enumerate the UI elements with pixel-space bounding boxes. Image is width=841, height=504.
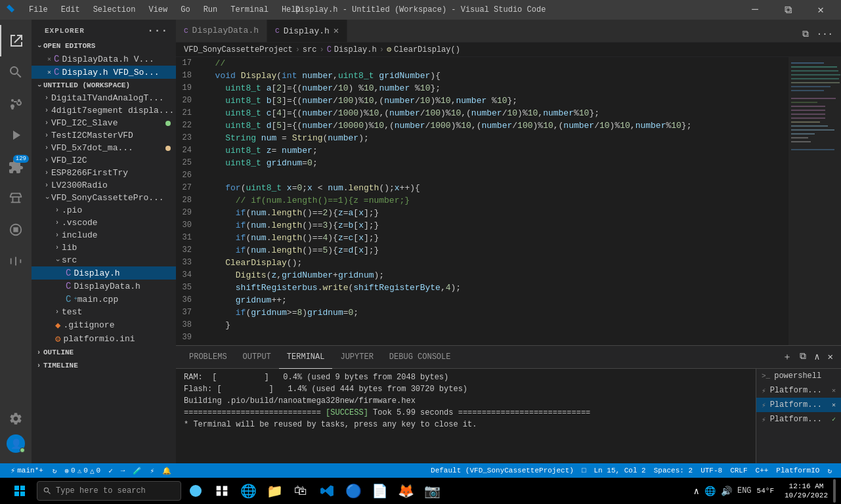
terminal-content[interactable]: RAM: [ ] 0.4% (used 9 bytes from 2048 by… <box>176 369 756 463</box>
panel-tab-output[interactable]: OUTPUT <box>235 346 279 369</box>
menu-go[interactable]: Go <box>175 4 195 16</box>
folder-vfd-i2c[interactable]: › VFD_I2C <box>32 154 176 167</box>
menu-view[interactable]: View <box>143 4 173 16</box>
workspace-section[interactable]: › UNTITLED (WORKSPACE) <box>32 79 176 92</box>
search-activity-icon[interactable] <box>0 56 32 88</box>
sidebar-more-icon[interactable]: ··· <box>147 25 168 37</box>
open-editor-displayh[interactable]: ✕ C Display.h VFD_So... <box>32 66 176 79</box>
taskbar-taskview[interactable] <box>210 479 234 503</box>
status-language[interactable]: C++ <box>752 463 773 478</box>
folder-4digit[interactable]: › 4digit7segment displa... <box>32 104 176 117</box>
taskbar-file-explorer[interactable]: 📁 <box>263 479 286 503</box>
folder-src[interactable]: › src <box>32 254 176 266</box>
folder-lib[interactable]: › lib <box>32 242 176 254</box>
tray-arrow-icon[interactable]: ∧ <box>694 486 699 497</box>
folder-digitaltv[interactable]: › DigitalTVandAnalogT... <box>32 92 176 104</box>
taskbar-acrobat[interactable]: 📄 <box>368 479 391 503</box>
timeline-section[interactable]: › TIMELINE <box>32 359 176 372</box>
folder-lv2300[interactable]: › LV2300Radio <box>32 179 176 192</box>
right-panel-platform3[interactable]: ⚡ Platform... ✓ <box>756 412 841 427</box>
folder-vfd-sony[interactable]: › VFD_SonyCassettePro... <box>32 192 176 204</box>
menu-terminal[interactable]: Terminal <box>225 4 274 16</box>
tray-network-icon[interactable]: 🌐 <box>704 486 716 497</box>
tab-close-icon[interactable]: ✕ <box>334 26 339 35</box>
close-displayh-icon[interactable]: ✕ <box>47 68 51 76</box>
status-encoding[interactable]: UTF-8 <box>697 463 726 478</box>
user-avatar[interactable]: 👤 <box>7 434 25 453</box>
folder-esp8266[interactable]: › ESP8266FirstTry <box>32 167 176 179</box>
taskbar-chrome[interactable]: 🔵 <box>341 479 365 503</box>
status-test[interactable]: 🧪 <box>129 463 146 478</box>
menu-file[interactable]: File <box>24 4 53 16</box>
run-debug-activity-icon[interactable] <box>0 119 32 151</box>
panel-tab-problems[interactable]: PROBLEMS <box>181 346 235 369</box>
taskbar-search[interactable]: Type here to search <box>37 481 181 501</box>
file-main-cpp[interactable]: C+ main.cpp <box>32 293 176 306</box>
folder-vfd-i2c-slave[interactable]: › VFD_I2C_Slave <box>32 117 176 129</box>
folder-vfd-5x7[interactable]: › VFD_5x7dot_ma... <box>32 142 176 154</box>
folder-include[interactable]: › include <box>32 229 176 242</box>
close-icon-2[interactable]: ✕ <box>832 401 836 409</box>
settings-activity-icon[interactable] <box>0 403 32 434</box>
panel-tab-terminal[interactable]: TERMINAL <box>279 346 333 369</box>
folder-testi2c[interactable]: › TestI2CMasterVFD <box>32 129 176 142</box>
open-editor-displaydatah[interactable]: ✕ C DisplayData.h V... <box>32 52 176 66</box>
system-clock[interactable]: 12:16 AM 10/29/2022 <box>779 482 833 500</box>
file-display-h[interactable]: C Display.h <box>32 266 176 280</box>
menu-edit[interactable]: Edit <box>56 4 85 16</box>
status-remote[interactable]: ⚡ main*+ <box>5 463 49 478</box>
extensions-activity-icon[interactable]: 129 <box>0 151 32 182</box>
status-bell[interactable]: 🔔 <box>158 463 175 478</box>
status-errors[interactable]: ⊗ 0 ⚠ 0 △ 0 <box>60 463 104 478</box>
close-button[interactable]: ✕ <box>806 0 836 20</box>
taskbar-vscode-pinned[interactable] <box>315 479 339 503</box>
remote-activity-icon[interactable] <box>0 245 32 277</box>
restore-button[interactable]: ⧉ <box>773 0 803 20</box>
panel-tab-jupyter[interactable]: JUPYTER <box>332 346 381 369</box>
tab-displayh[interactable]: C Display.h ✕ <box>267 20 347 42</box>
status-arrow[interactable]: → <box>117 463 129 478</box>
right-panel-platform2[interactable]: ⚡ Platform... ✕ <box>756 398 841 412</box>
tab-displaydatah[interactable]: C DisplayData.h <box>176 20 267 42</box>
minimize-button[interactable]: ─ <box>740 0 770 20</box>
explorer-activity-icon[interactable] <box>0 25 32 56</box>
right-panel-powershell[interactable]: >_ powershell <box>756 369 841 383</box>
panel-maximize-icon[interactable]: ∧ <box>811 348 822 366</box>
tray-battery-icon[interactable]: ENG <box>737 486 752 495</box>
menu-selection[interactable]: Selection <box>88 4 141 16</box>
close-icon-1[interactable]: ✕ <box>832 387 836 394</box>
platformio-activity-icon[interactable] <box>0 214 32 245</box>
taskbar-cortana[interactable] <box>184 479 207 503</box>
file-gitignore[interactable]: ◆ .gitignore <box>32 318 176 332</box>
status-check[interactable]: ✓ <box>104 463 117 478</box>
breadcrumb-src[interactable]: src <box>303 45 317 54</box>
tray-volume-icon[interactable]: 🔊 <box>721 486 732 497</box>
taskbar-browser-edge[interactable]: 🌐 <box>236 479 260 503</box>
source-control-activity-icon[interactable] <box>0 88 32 119</box>
folder-test[interactable]: › test <box>32 306 176 318</box>
show-desktop-button[interactable] <box>833 479 836 503</box>
close-displaydatah-icon[interactable]: ✕ <box>47 55 51 63</box>
file-platformio-ini[interactable]: ⚙ platformio.ini <box>32 332 176 346</box>
status-zap[interactable]: ⚡ <box>146 463 158 478</box>
folder-pio[interactable]: › .pio <box>32 204 176 217</box>
code-editor[interactable]: 17 // 18 void Display(int number,uint8_t… <box>176 57 788 345</box>
status-square[interactable]: □ <box>578 463 590 478</box>
breadcrumb-project[interactable]: VFD_SonyCassetteProject <box>184 45 293 54</box>
start-button[interactable] <box>5 478 34 504</box>
terminal-split-icon[interactable]: ⧉ <box>797 348 809 366</box>
folder-vscode[interactable]: › .vscode <box>32 217 176 229</box>
status-position[interactable]: Ln 15, Col 2 <box>590 463 649 478</box>
menu-run[interactable]: Run <box>198 4 223 16</box>
taskbar-store[interactable]: 🛍 <box>289 479 313 503</box>
status-eol[interactable]: CRLF <box>726 463 751 478</box>
status-env[interactable]: Default (VFD_SonyCassetteProject) <box>427 463 578 478</box>
new-terminal-icon[interactable]: ＋ <box>780 348 794 366</box>
taskbar-camera[interactable]: 📷 <box>420 479 444 503</box>
status-sync[interactable]: ↻ <box>49 463 61 478</box>
outline-section[interactable]: › OUTLINE <box>32 346 176 359</box>
breadcrumb-file[interactable]: Display.h <box>334 45 377 54</box>
open-editors-section[interactable]: › OPEN EDITORS <box>32 39 176 52</box>
panel-close-icon[interactable]: ✕ <box>825 348 836 366</box>
more-actions-icon[interactable]: ··· <box>814 26 836 42</box>
